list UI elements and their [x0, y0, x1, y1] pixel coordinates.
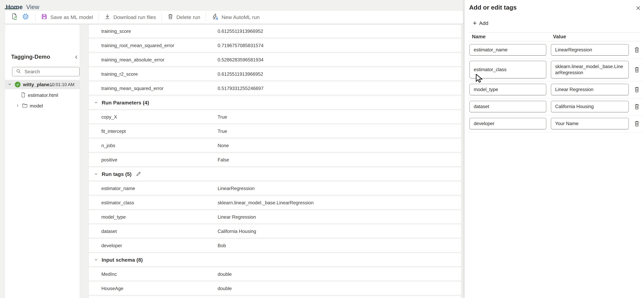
metric-row: training_mean_absolute_error 0.528628359… [89, 53, 461, 66]
file-icon [21, 92, 26, 98]
download-icon [104, 13, 111, 21]
register-model-button[interactable] [9, 13, 20, 21]
metric-value: 0.7196757085831574 [218, 43, 264, 48]
plus-icon: + [473, 20, 477, 26]
edit-tags-pencil-icon[interactable] [136, 171, 141, 177]
row-separator [89, 81, 461, 82]
row-separator [89, 195, 461, 196]
row-separator [89, 252, 461, 254]
download-button-label: Download run files [113, 14, 156, 20]
tag-name-input[interactable]: estimator_name [470, 44, 546, 56]
row-separator [89, 52, 461, 53]
tab-home[interactable]: Home [6, 4, 23, 10]
download-run-files-button[interactable]: Download run files [103, 13, 158, 21]
tag-row-separator [468, 115, 642, 115]
run-explorer-sidebar: Tagging-Demo witty_plane... 10:0 [5, 25, 80, 298]
close-icon [635, 9, 641, 11]
chevron-down-icon [94, 100, 98, 105]
schema-row: MedInc double [89, 268, 461, 281]
save-button-label: Save as ML model [50, 14, 93, 20]
metric-value: 0.6125511913966952 [218, 71, 263, 77]
ribbon-tabs: Home View [0, 0, 464, 10]
param-name: copy_X [101, 114, 117, 120]
metric-row: training_r2_score 0.6125511913966952 [89, 68, 461, 81]
tag-value-input[interactable]: LinearRegression [551, 44, 629, 56]
tag-value: sklearn.linear_model._base.LinearRegress… [218, 200, 314, 206]
section-header-run-parameters[interactable]: Run Parameters (4) [89, 96, 461, 109]
panel-divider [468, 41, 640, 41]
tag-name: model_type [101, 214, 126, 220]
tag-row: estimator_class sklearn.linear_model._ba… [89, 196, 461, 209]
new-automl-run-button[interactable]: A New AutoML run [210, 13, 261, 21]
delete-tag-icon[interactable] [634, 86, 640, 93]
row-separator [89, 266, 461, 268]
folder-label: model [30, 103, 43, 109]
param-name: n_jobs [101, 143, 115, 148]
column-header-name: Name [472, 34, 486, 39]
tag-row-separator [468, 132, 642, 132]
toolbar-divider [35, 13, 36, 21]
tab-view[interactable]: View [26, 4, 39, 10]
tag-value: Bob [218, 243, 226, 249]
add-edit-tags-panel: Add or edit tags + Add Name Value estima… [464, 0, 644, 298]
toolbar-divider [206, 13, 206, 21]
folder-icon [22, 103, 28, 108]
sidebar-title: Tagging-Demo [11, 54, 50, 60]
delete-run-button[interactable]: Delete run [166, 13, 202, 21]
param-row: copy_X True [89, 111, 461, 123]
tag-row: developer Bob [89, 239, 461, 252]
delete-tag-icon[interactable] [634, 46, 640, 53]
chevron-down-icon[interactable] [8, 82, 12, 87]
tag-row: dataset California Housing [89, 225, 461, 238]
section-title: Run Parameters (4) [102, 100, 149, 106]
add-tag-button[interactable]: + Add [473, 20, 488, 26]
tag-name-input[interactable]: developer [470, 118, 546, 129]
tree-item-folder[interactable]: model [5, 101, 80, 111]
row-separator [89, 281, 461, 282]
row-separator [89, 181, 461, 182]
delete-tag-icon[interactable] [634, 103, 640, 110]
tag-name: developer [101, 243, 122, 249]
delete-tag-icon[interactable] [634, 120, 640, 127]
save-as-ml-model-button[interactable]: Save as ML model [40, 13, 94, 21]
section-header-run-tags[interactable]: Run tags (5) [89, 168, 461, 181]
row-separator [89, 109, 461, 111]
tag-value-input[interactable]: Linear Regression [551, 84, 629, 95]
active-tab-underline [4, 8, 18, 9]
app-window: Home View [0, 0, 644, 298]
close-panel-button[interactable] [635, 5, 642, 11]
run-details-list: training_score 0.6125511913966952 traini… [89, 25, 461, 298]
tag-name-input[interactable]: model_type [470, 84, 546, 95]
tag-name: dataset [101, 229, 117, 234]
row-separator [89, 224, 461, 225]
register-model-icon [11, 13, 18, 21]
tag-value-input[interactable]: sklearn.linear_model._base.LinearRegress… [551, 61, 629, 78]
chevron-right-icon[interactable] [16, 104, 20, 108]
row-separator [89, 166, 461, 168]
metric-row: training_root_mean_squared_error 0.71967… [89, 39, 461, 52]
chevron-down-icon [94, 257, 98, 263]
param-value: None [218, 143, 229, 148]
chevron-down-icon [94, 172, 98, 177]
toolbar-divider [98, 13, 99, 21]
delete-tag-icon[interactable] [634, 66, 640, 73]
tree-item-run[interactable]: witty_plane... 10:01:10 AM [5, 80, 80, 89]
sidebar-search-box[interactable] [12, 67, 80, 76]
schema-field-name: HouseAge [101, 286, 124, 291]
command-toolbar: Save as ML model Download run files [5, 11, 463, 23]
tag-value-input[interactable]: Your Name [551, 118, 629, 129]
row-separator [89, 295, 461, 296]
tag-name: estimator_class [101, 200, 134, 206]
collapse-sidebar-button[interactable] [74, 55, 79, 60]
schema-field-name: MedInc [101, 272, 117, 277]
param-value: False [218, 157, 229, 163]
search-input[interactable] [24, 69, 70, 75]
param-name: fit_intercept [101, 129, 126, 134]
tag-value-input[interactable]: California Housing [551, 101, 629, 112]
row-separator [89, 66, 461, 68]
tree-item-file[interactable]: estimator.html [5, 90, 80, 100]
metric-name: training_r2_score [101, 71, 138, 77]
tag-name-input[interactable]: dataset [470, 101, 546, 112]
section-header-input-schema[interactable]: Input schema (8) [89, 254, 461, 266]
run-settings-button[interactable] [20, 13, 31, 21]
